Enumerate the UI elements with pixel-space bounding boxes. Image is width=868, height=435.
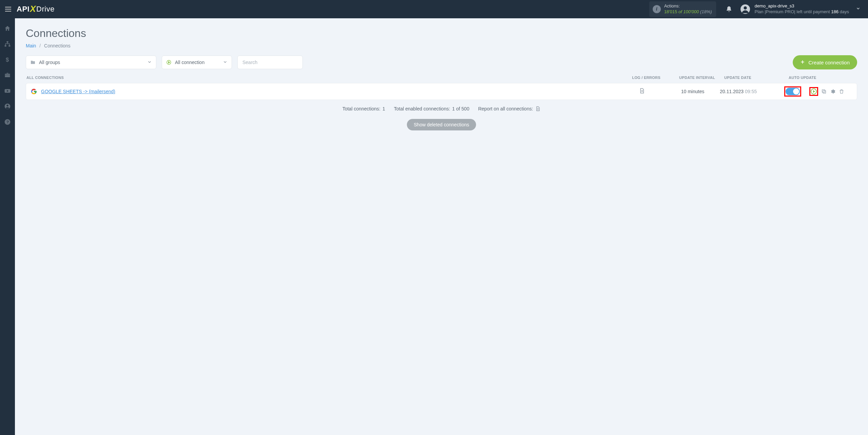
- left-sidebar: $ ?: [0, 18, 15, 435]
- actions-text: Actions: 18'015 of 100'000 (18%): [664, 3, 712, 15]
- log-errors-cell[interactable]: [618, 88, 666, 95]
- svg-marker-13: [169, 61, 170, 63]
- google-icon: [31, 88, 37, 95]
- user-plan: Plan |Premium PRO| left until payment 18…: [755, 9, 849, 15]
- connection-filter-label: All connection: [175, 60, 223, 65]
- main-content: Connections Main / Connections All group…: [15, 18, 868, 435]
- update-date-cell: 20.11.2023 09:55: [720, 89, 784, 94]
- top-bar: API X Drive i Actions: 18'015 of 100'000…: [0, 0, 868, 18]
- nav-briefcase-icon[interactable]: [3, 71, 12, 79]
- highlight-auto-toggle: [784, 86, 801, 97]
- summary-total: Total connections: 1: [342, 106, 385, 111]
- groups-dropdown[interactable]: All groups: [26, 56, 156, 69]
- table-header: ALL CONNECTIONS LOG / ERRORS UPDATE INTE…: [26, 76, 857, 83]
- svg-text:$: $: [6, 57, 9, 63]
- nav-billing-icon[interactable]: $: [3, 56, 12, 64]
- breadcrumb-separator: /: [39, 43, 41, 48]
- filters-row: All groups All connection: [26, 55, 857, 69]
- summary-row: Total connections: 1 Total enabled conne…: [26, 106, 857, 111]
- connection-filter-dropdown[interactable]: All connection: [162, 56, 232, 69]
- search-input[interactable]: [237, 56, 303, 69]
- nav-help-icon[interactable]: ?: [3, 118, 12, 126]
- auto-update-toggle[interactable]: [786, 88, 800, 95]
- connection-name-link[interactable]: GOOGLE SHEETS -> (mailersend): [41, 89, 115, 94]
- th-update-interval: UPDATE INTERVAL: [670, 76, 724, 80]
- actions-used: 18'015: [664, 9, 677, 14]
- th-update-date: UPDATE DATE: [724, 76, 789, 80]
- chevron-down-icon: [147, 60, 152, 65]
- logo-api: API: [17, 5, 29, 14]
- th-auto-update: AUTO UPDATE: [789, 76, 856, 80]
- logo-drive: Drive: [36, 5, 55, 14]
- svg-rect-4: [8, 45, 10, 46]
- info-icon: i: [653, 5, 661, 13]
- nav-home-icon[interactable]: [3, 24, 12, 33]
- create-connection-label: Create connection: [808, 60, 850, 65]
- svg-point-1: [744, 6, 747, 9]
- breadcrumb: Main / Connections: [26, 43, 857, 48]
- show-deleted-button[interactable]: Show deleted connections: [407, 119, 476, 130]
- svg-rect-2: [7, 41, 8, 43]
- document-icon: [535, 106, 540, 111]
- update-interval-cell: 10 minutes: [666, 89, 720, 94]
- nav-video-icon[interactable]: [3, 87, 12, 95]
- breadcrumb-main-link[interactable]: Main: [26, 43, 36, 48]
- copy-icon[interactable]: [821, 88, 827, 95]
- menu-hamburger-icon[interactable]: [5, 5, 13, 13]
- folder-icon: [30, 60, 36, 65]
- play-circle-icon: [166, 60, 172, 65]
- svg-rect-3: [5, 45, 6, 46]
- document-icon: [639, 88, 645, 94]
- table-row: GOOGLE SHEETS -> (mailersend) 10 minutes…: [26, 83, 857, 100]
- user-avatar-icon[interactable]: [738, 2, 752, 16]
- th-all-connections: ALL CONNECTIONS: [26, 76, 623, 80]
- breadcrumb-current: Connections: [44, 43, 71, 48]
- actions-quota-box[interactable]: i Actions: 18'015 of 100'000 (18%): [649, 1, 716, 17]
- groups-dropdown-label: All groups: [39, 60, 147, 65]
- highlight-run-button: [809, 87, 818, 96]
- actions-percent: (18%): [700, 9, 712, 14]
- notifications-bell-icon[interactable]: [722, 2, 736, 16]
- actions-label: Actions:: [664, 3, 712, 9]
- page-title: Connections: [26, 27, 857, 40]
- summary-report[interactable]: Report on all connections:: [478, 106, 540, 111]
- summary-enabled: Total enabled connections: 1 of 500: [394, 106, 469, 111]
- svg-text:?: ?: [6, 120, 9, 124]
- nav-account-icon[interactable]: [3, 102, 12, 110]
- th-log-errors: LOG / ERRORS: [623, 76, 670, 80]
- run-now-button[interactable]: [811, 88, 817, 95]
- actions-total: 100'000: [683, 9, 699, 14]
- svg-rect-19: [822, 90, 825, 92]
- logo[interactable]: API X Drive: [17, 4, 55, 15]
- create-connection-button[interactable]: Create connection: [793, 55, 857, 69]
- logo-x: X: [30, 4, 36, 14]
- user-menu-chevron-icon[interactable]: [856, 6, 861, 12]
- user-name: demo_apix-drive_s3: [755, 3, 849, 9]
- nav-connections-icon[interactable]: [3, 40, 12, 48]
- svg-point-9: [6, 105, 8, 106]
- plus-icon: [800, 60, 805, 65]
- gear-icon[interactable]: [830, 88, 836, 95]
- trash-icon[interactable]: [839, 88, 845, 95]
- connections-table: GOOGLE SHEETS -> (mailersend) 10 minutes…: [26, 83, 857, 100]
- svg-rect-18: [823, 90, 826, 93]
- chevron-down-icon: [223, 60, 228, 65]
- user-menu[interactable]: demo_apix-drive_s3 Plan |Premium PRO| le…: [755, 3, 849, 15]
